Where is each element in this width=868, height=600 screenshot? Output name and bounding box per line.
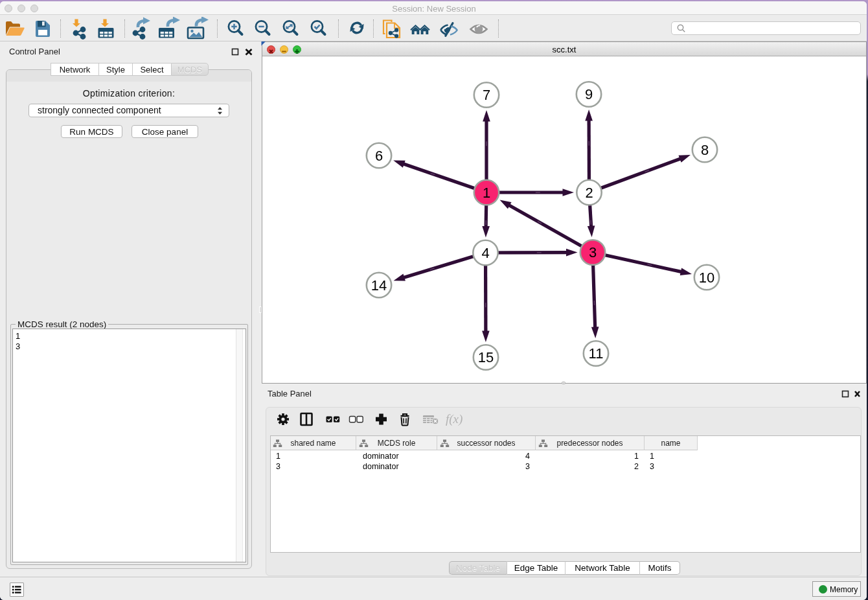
svg-text:3: 3	[589, 244, 597, 260]
svg-text:7: 7	[483, 87, 490, 103]
svg-text:2: 2	[585, 185, 593, 201]
svg-text:4: 4	[481, 245, 489, 261]
svg-text:11: 11	[589, 345, 604, 362]
svg-text:f(x): f(x)	[446, 412, 463, 426]
svg-text:9: 9	[585, 86, 593, 102]
svg-text:14: 14	[371, 277, 387, 294]
svg-text:10: 10	[699, 270, 714, 286]
svg-text:8: 8	[701, 142, 709, 158]
svg-text:1: 1	[483, 185, 490, 201]
svg-text:6: 6	[375, 148, 383, 164]
svg-text:15: 15	[478, 349, 494, 365]
